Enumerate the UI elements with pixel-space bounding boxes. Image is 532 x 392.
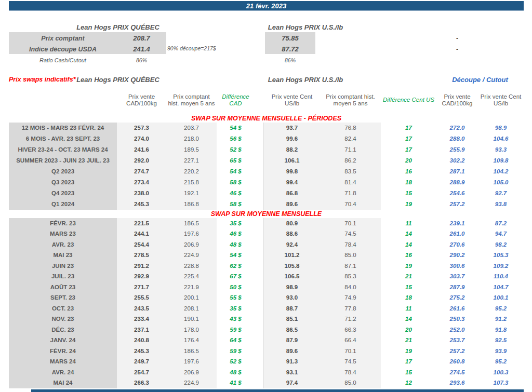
qc-prix-vente-cell: 273.4 xyxy=(117,177,166,188)
cutout-cad-cell: 288.0 xyxy=(436,133,478,144)
cutout-cad-cell: 302.2 xyxy=(436,155,478,166)
qc-prix-vente-cell: 254.4 xyxy=(117,239,166,250)
table-row: 12 MOIS - MARS 23 FÉVR. 24257.3203.754 $… xyxy=(9,123,524,133)
cutout-us-cell: 93.3 xyxy=(478,144,524,155)
us-prix-vente-cell: 87.9 xyxy=(264,335,320,346)
difference-cad-cell: 46 $ xyxy=(217,229,255,240)
spot-qc-value: 86% xyxy=(117,55,166,65)
qc-prix-vente-cell: 244.1 xyxy=(117,229,166,240)
qc-prix-vente-cell: 233.4 xyxy=(117,314,166,325)
us-hist-cell: 70.1 xyxy=(320,346,381,357)
spot-qc-value: 241.4 xyxy=(117,44,166,55)
difference-cad-cell: 35 $ xyxy=(217,303,255,314)
qc-prix-vente-cell: 243.5 xyxy=(117,303,166,314)
difference-cad-cell: 48 $ xyxy=(217,367,255,378)
qc-prix-vente-cell: 240.8 xyxy=(117,335,166,346)
us-hist-cell: 71.8 xyxy=(320,188,381,199)
report-page: 21 févr. 2023 Lean Hogs PRIX QUÉBEC Lean… xyxy=(0,0,532,392)
qc-hist-cell: 186.5 xyxy=(166,346,217,357)
difference-cad-cell: 35 $ xyxy=(217,218,255,229)
difference-us-cell: 11 xyxy=(381,303,436,314)
table-row: FÉVR. 24245.3186.559 $89.670.119257.293.… xyxy=(9,346,524,357)
us-prix-vente-cell: 99.6 xyxy=(264,133,320,144)
difference-cad-cell: 58 $ xyxy=(217,177,255,188)
row-label: AVR. 24 xyxy=(9,367,117,378)
difference-cad-cell: 59 $ xyxy=(217,346,255,357)
us-prix-vente-cell: 106.5 xyxy=(264,272,320,282)
column-header-us-hist: Prix comptant hist. moyen 5 ans xyxy=(320,93,381,107)
table-row: Q2 2023274.7220.254 $99.883.516287.1104.… xyxy=(9,166,524,177)
spacer-cell xyxy=(255,314,264,325)
spacer-cell xyxy=(255,229,264,240)
spacer-cell xyxy=(255,282,264,293)
swaps-us-group-header: Lean Hogs PRIX U.S./lb xyxy=(256,76,355,84)
us-hist-cell: 84.0 xyxy=(320,282,381,293)
row-label: MAI 23 xyxy=(9,250,117,261)
row-label: MARS 24 xyxy=(9,357,117,368)
spacer-cell xyxy=(255,367,264,378)
spot-us-value: 75.85 xyxy=(265,33,315,44)
cutout-cad-cell: 287.9 xyxy=(436,282,478,293)
cutout-us-cell: 95.2 xyxy=(478,303,524,314)
qc-prix-vente-cell: 274.7 xyxy=(117,166,166,177)
difference-us-cell: 15 xyxy=(381,188,436,199)
column-header-row: Prix vente CAD/100kg Prix comptant hist.… xyxy=(9,86,524,114)
table-row: SUMMER 2023 - JUIN 23 JUIL. 23292.0227.1… xyxy=(9,155,524,166)
cutout-us-cell: 91.8 xyxy=(478,325,524,335)
cutout-cad-cell: 254.6 xyxy=(436,188,478,199)
us-prix-vente-cell: 89.6 xyxy=(264,346,320,357)
cutout-cad-cell: 255.9 xyxy=(436,144,478,155)
cutout-cad-cell: 270.6 xyxy=(436,239,478,250)
difference-us-cell: 20 xyxy=(381,325,436,335)
us-prix-vente-cell: 80.9 xyxy=(264,218,320,229)
table-row: MAI 23278.5224.954 $101.285.016290.2105.… xyxy=(9,250,524,261)
spot-row-ratio: Ratio Cash/Cutout 86% 86% xyxy=(9,55,524,65)
table-row: Q1 2024245.3186.858 $89.670.419257.293.8 xyxy=(9,199,524,210)
us-hist-cell: 70.4 xyxy=(320,199,381,210)
difference-cad-cell: 62 $ xyxy=(217,261,255,272)
difference-us-cell: 18 xyxy=(381,293,436,304)
table-row: MARS 24249.7197.652 $91.374.517260.895.2 xyxy=(9,357,524,368)
spacer-cell xyxy=(255,218,264,229)
column-header-qc-prix-vente: Prix vente CAD/100kg xyxy=(117,93,166,107)
us-hist-cell: 66.3 xyxy=(320,325,381,335)
qc-hist-cell: 206.9 xyxy=(166,239,217,250)
us-prix-vente-cell: 89.6 xyxy=(264,199,320,210)
us-prix-vente-cell: 88.6 xyxy=(264,229,320,240)
cutout-us-cell: 100.3 xyxy=(478,367,524,378)
us-hist-cell: 74.5 xyxy=(320,229,381,240)
difference-us-cell: 14 xyxy=(381,229,436,240)
difference-cad-cell: 52 $ xyxy=(217,357,255,368)
difference-cad-cell: 43 $ xyxy=(217,314,255,325)
qc-prix-vente-cell: 271.7 xyxy=(117,282,166,293)
cutout-cad-cell: 261.0 xyxy=(436,229,478,240)
cutout-us-cell: 98.2 xyxy=(478,239,524,250)
table-row: NOV. 23233.4190.143 $85.171.214250.391.2 xyxy=(9,314,524,325)
qc-prix-vente-cell: 291.2 xyxy=(117,261,166,272)
cutout-cad-cell: 272.0 xyxy=(436,123,478,133)
qc-hist-cell: 203.7 xyxy=(166,123,217,133)
us-prix-vente-cell: 105.8 xyxy=(264,261,320,272)
cutout-cad-cell: 287.1 xyxy=(436,166,478,177)
table-row: FÉVR. 23221.5186.535 $80.970.111239.187.… xyxy=(9,218,524,229)
spacer-cell xyxy=(255,335,264,346)
us-hist-cell: 71.2 xyxy=(320,314,381,325)
qc-hist-cell: 215.8 xyxy=(166,177,217,188)
spacer-cell xyxy=(255,357,264,368)
cutout-cad-cell: 303.7 xyxy=(436,272,478,282)
spacer-cell xyxy=(255,293,264,304)
bottom-banner xyxy=(31,389,524,392)
cutout-cad-cell: 293.6 xyxy=(436,378,478,389)
spot-us-value: 87.72 xyxy=(265,44,315,55)
cutout-cad-cell: 260.8 xyxy=(436,357,478,368)
qc-prix-vente-cell: 249.7 xyxy=(117,357,166,368)
us-hist-cell: 74.5 xyxy=(320,357,381,368)
column-header-us-prix-vente: Prix vente Cent US/lb xyxy=(264,93,320,107)
table-row: AVR. 24254.7206.948 $93.178.415274.5100.… xyxy=(9,367,524,378)
table-row: DÉC. 23237.1178.059 $86.566.320252.091.8 xyxy=(9,325,524,335)
cutout-us-cell: 100.1 xyxy=(478,293,524,304)
difference-us-cell: 20 xyxy=(381,155,436,166)
cutout-us-cell: 104.7 xyxy=(478,282,524,293)
table-row: AVR. 23254.4206.948 $92.478.414270.698.2 xyxy=(9,239,524,250)
table-row: JUIL. 23292.9225.467 $106.585.321303.711… xyxy=(9,272,524,282)
